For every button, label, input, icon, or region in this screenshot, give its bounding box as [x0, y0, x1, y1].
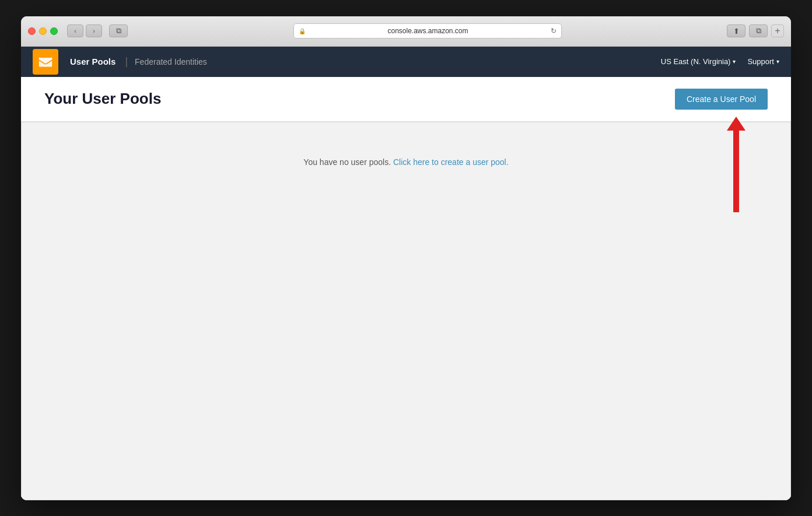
support-chevron-icon: ▾: [776, 58, 779, 65]
create-user-pool-link[interactable]: Click here to create a user pool.: [393, 157, 509, 167]
url-text: console.aws.amazon.com: [309, 27, 547, 35]
forward-button[interactable]: ›: [86, 24, 102, 37]
nav-separator: |: [125, 55, 128, 68]
new-tab-button[interactable]: +: [771, 24, 784, 37]
nav-right: US East (N. Virginia) ▾ Support ▾: [661, 57, 779, 66]
share-button[interactable]: ⬆: [727, 24, 746, 37]
aws-logo: [33, 49, 58, 75]
page-header: Your User Pools Create a User Pool: [21, 77, 791, 122]
nav-links: User Pools | Federated Identities: [68, 55, 661, 68]
tab-manager-button[interactable]: ⧉: [749, 24, 768, 37]
empty-message-prefix: You have no user pools.: [303, 157, 391, 167]
maximize-button[interactable]: [50, 27, 58, 35]
toolbar-right: ⬆ ⧉ +: [727, 24, 784, 37]
empty-state: You have no user pools. Click here to cr…: [303, 157, 508, 167]
federated-identities-nav-link[interactable]: Federated Identities: [135, 57, 207, 66]
back-button[interactable]: ‹: [67, 24, 83, 37]
title-bar: ‹ › ⧉ 🔒 console.aws.amazon.com ↻ ⬆ ⧉ +: [21, 16, 791, 47]
traffic-lights: [28, 27, 58, 35]
reload-button[interactable]: ↻: [551, 27, 556, 35]
address-bar[interactable]: 🔒 console.aws.amazon.com ↻: [293, 23, 562, 38]
region-selector[interactable]: US East (N. Virginia) ▾: [661, 57, 736, 66]
user-pools-nav-link[interactable]: User Pools: [68, 57, 118, 66]
region-chevron-icon: ▾: [733, 58, 736, 65]
close-button[interactable]: [28, 27, 36, 35]
support-label: Support: [747, 57, 774, 66]
create-user-pool-button[interactable]: Create a User Pool: [675, 89, 768, 110]
page-content: Your User Pools Create a User Pool You h…: [21, 77, 791, 500]
support-button[interactable]: Support ▾: [747, 57, 779, 66]
main-content-area: You have no user pools. Click here to cr…: [21, 122, 791, 500]
aws-cognito-icon: [37, 54, 54, 70]
lock-icon: 🔒: [299, 28, 306, 34]
aws-navbar: User Pools | Federated Identities US Eas…: [21, 47, 791, 77]
page-title: Your User Pools: [44, 90, 161, 108]
nav-buttons: ‹ ›: [67, 24, 102, 37]
address-bar-wrapper: 🔒 console.aws.amazon.com ↻: [132, 23, 722, 38]
region-label: US East (N. Virginia): [661, 57, 731, 66]
minimize-button[interactable]: [39, 27, 47, 35]
tab-overview-button[interactable]: ⧉: [109, 24, 128, 37]
